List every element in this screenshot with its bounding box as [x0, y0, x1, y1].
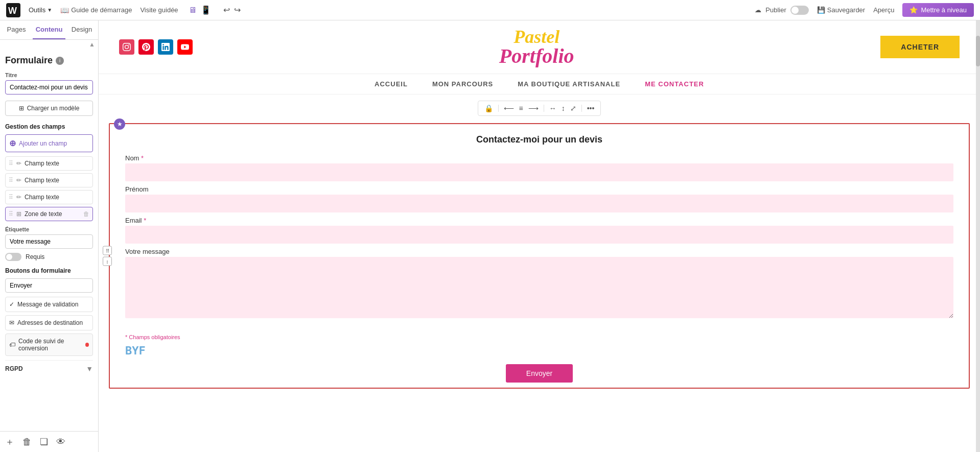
sidebar-title-row: Formulaire i [5, 55, 93, 66]
redo-button[interactable]: ↪ [234, 5, 241, 15]
nav-accueil[interactable]: ACCUEIL [375, 80, 408, 88]
chevron-down-icon: ▼ [86, 365, 93, 373]
desktop-icon[interactable]: 🖥 [189, 6, 197, 15]
form-title-input[interactable] [5, 80, 93, 94]
scrollbar[interactable] [976, 20, 980, 452]
form-field-prenom: Prénom [125, 185, 953, 212]
input-email[interactable] [125, 226, 953, 244]
layers-icon[interactable]: ❏ [40, 436, 48, 447]
field-item-3[interactable]: ⠿ ✏ Champ texte [5, 190, 93, 204]
float-toolbar: 🔒 ⟵ ≡ ⟶ ↔ ↕ ⤢ ••• [478, 101, 601, 116]
req-nom: * [141, 154, 144, 162]
envoyer-input[interactable] [5, 278, 93, 293]
drag-handle-icon-2: ⠿ [9, 177, 13, 184]
upgrade-button[interactable]: ⭐ Mettre à niveau [902, 3, 974, 17]
addr-dest-button[interactable]: ✉ Adresses de destination [5, 315, 93, 330]
separator-3 [581, 105, 582, 112]
svg-text:W: W [8, 6, 17, 16]
info-icon[interactable]: i [56, 57, 64, 65]
field-item-4[interactable]: ⠿ ⊞ Zone de texte 🗑 [5, 207, 93, 221]
sidebar-tabs: Pages Contenu Design [0, 20, 98, 40]
tab-design[interactable]: Design [65, 20, 98, 39]
requis-row: Requis [5, 253, 93, 261]
mobile-icon[interactable]: 📱 [201, 5, 211, 15]
logo-pastel: Pastel [499, 28, 574, 46]
buy-button[interactable]: ACHETER [880, 36, 960, 58]
linkedin-icon[interactable] [158, 39, 173, 55]
buttons-section-title: Boutons du formulaire [5, 267, 93, 274]
nav-contact[interactable]: ME CONTACTER [645, 80, 704, 88]
form-bottom: * Champs obligatoires BYF Envoyer [110, 334, 969, 388]
etiquette-label: Étiquette [5, 226, 93, 232]
form-field-message: Votre message [125, 248, 953, 320]
captcha-area: BYF [125, 344, 953, 357]
resize-handle-bottom[interactable]: ↕ [103, 257, 112, 266]
rgpd-row[interactable]: RGPD ▼ [5, 360, 93, 377]
add-page-icon[interactable]: ＋ [5, 436, 14, 448]
align-right-icon[interactable]: ⟶ [527, 103, 540, 113]
field-item-1[interactable]: ⠿ ✏ Champ texte [5, 156, 93, 171]
site-header: Pastel Portfolio ACHETER [99, 20, 980, 74]
label-message: Votre message [125, 248, 953, 255]
input-prenom[interactable] [125, 195, 953, 212]
textarea-icon: ⊞ [16, 210, 21, 218]
resize-v-icon[interactable]: ↕ [561, 103, 566, 113]
submit-button[interactable]: Envoyer [506, 364, 573, 383]
guide-button[interactable]: 📖 Guide de démarrage [60, 6, 132, 14]
input-nom[interactable] [125, 163, 953, 181]
topbar: W Outils ▼ 📖 Guide de démarrage Visite g… [0, 0, 980, 20]
preview-button[interactable]: Aperçu [873, 6, 894, 14]
required-note: * Champs obligatoires [125, 334, 953, 340]
publish-toggle[interactable] [790, 6, 809, 15]
textarea-message[interactable] [125, 257, 953, 318]
validation-message-button[interactable]: ✓ Message de validation [5, 297, 93, 312]
align-left-box-icon[interactable]: ⟵ [503, 103, 515, 113]
visit-button[interactable]: Visite guidée [140, 6, 178, 14]
requis-toggle[interactable] [5, 253, 21, 261]
wix-logo[interactable]: W [6, 3, 20, 17]
nav-parcours[interactable]: MON PARCOURS [432, 80, 493, 88]
form-title: Contactez-moi pour un devis [125, 134, 953, 145]
scrollbar-thumb[interactable] [976, 36, 980, 66]
nav-boutique[interactable]: MA BOUTIQUE ARTISANALE [518, 80, 620, 88]
resize-handle-top[interactable]: ⠿ [103, 246, 112, 255]
sidebar-content: Formulaire i Titre ⊞ Charger un modèle G… [0, 49, 98, 431]
plus-icon: ⊕ [9, 138, 16, 148]
form-container[interactable]: ★ Contactez-moi pour un devis Nom * Prén… [109, 123, 970, 389]
pinterest-icon[interactable] [138, 39, 154, 55]
field-name-3: Champ texte [25, 194, 89, 201]
stretch-icon[interactable]: ↔ [548, 103, 557, 113]
undo-button[interactable]: ↩ [223, 5, 230, 15]
form-field-nom: Nom * [125, 154, 953, 181]
tab-contenu[interactable]: Contenu [33, 20, 65, 39]
float-toolbar-container: 🔒 ⟵ ≡ ⟶ ↔ ↕ ⤢ ••• [99, 98, 980, 119]
lock-icon[interactable]: 🔒 [483, 103, 494, 113]
scroll-up-arrow[interactable]: ▲ [0, 40, 98, 49]
form-buttons-section: Boutons du formulaire ✓ Message de valid… [5, 267, 93, 377]
save-button[interactable]: 💾 Sauvegarder [817, 6, 865, 14]
code-suivi-button[interactable]: 🏷 Code de suivi de conversion [5, 334, 93, 356]
etiquette-input[interactable] [5, 234, 93, 249]
form-anchor: ★ [114, 118, 125, 130]
drag-handle-icon-4: ⠿ [9, 210, 13, 218]
delete-field-icon[interactable]: 🗑 [83, 210, 89, 218]
tab-pages[interactable]: Pages [0, 20, 33, 39]
pencil-icon: ✏ [16, 160, 21, 167]
tools-menu[interactable]: Outils ▼ [29, 6, 52, 14]
align-center-icon[interactable]: ≡ [518, 103, 524, 113]
eye-icon[interactable]: 👁 [56, 437, 65, 447]
social-icons [119, 39, 193, 55]
publish-label: Publier [765, 6, 786, 14]
pencil-icon-3: ✏ [16, 194, 21, 201]
instagram-icon[interactable] [119, 39, 134, 55]
load-model-button[interactable]: ⊞ Charger un modèle [5, 101, 93, 116]
canvas-page: Pastel Portfolio ACHETER ACCUEIL MON PAR… [99, 20, 980, 452]
publish-area: ☁ Publier [755, 6, 808, 15]
add-field-button[interactable]: ⊕ Ajouter un champ [5, 134, 93, 152]
canvas-area[interactable]: Pastel Portfolio ACHETER ACCUEIL MON PAR… [99, 20, 980, 452]
expand-icon[interactable]: ⤢ [569, 103, 577, 113]
youtube-icon[interactable] [177, 39, 193, 55]
more-icon[interactable]: ••• [586, 103, 596, 113]
delete-icon[interactable]: 🗑 [22, 437, 32, 447]
field-item-2[interactable]: ⠿ ✏ Champ texte [5, 173, 93, 187]
